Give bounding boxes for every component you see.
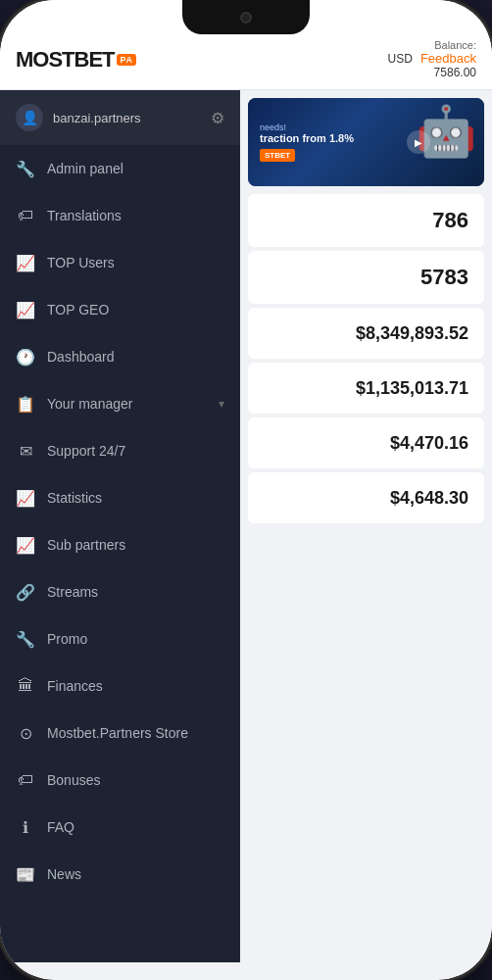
stat-value-2: 5783: [420, 265, 468, 290]
sidebar-item-translations[interactable]: 🏷 Translations: [0, 192, 240, 239]
banner-text: needs! traction from 1.8% STBET: [260, 122, 354, 162]
balance-amount: 7586.00: [388, 66, 476, 79]
sidebar-item-admin-panel[interactable]: 🔧 Admin panel: [0, 145, 240, 192]
avatar: 👤: [16, 104, 43, 131]
sidebar-item-top-geo[interactable]: 📈 TOP GEO: [0, 286, 240, 333]
sidebar-item-bonuses[interactable]: 🏷 Bonuses: [0, 757, 240, 804]
sidebar-item-your-manager[interactable]: 📋 Your manager ▾: [0, 380, 240, 427]
sidebar-item-top-users[interactable]: 📈 TOP Users: [0, 239, 240, 286]
sidebar-item-news[interactable]: 📰 News: [0, 851, 240, 898]
logo-badge: PA: [117, 54, 137, 66]
stat-card-6: $4,648.30: [248, 472, 484, 523]
sidebar-item-faq[interactable]: ℹ FAQ: [0, 804, 240, 851]
header-right: Balance: USD Feedback 7586.00: [388, 39, 476, 79]
stat-card-2: 5783: [248, 251, 484, 304]
sidebar-label-store: Mostbet.Partners Store: [47, 725, 224, 741]
clipboard-icon: 📋: [16, 394, 35, 414]
chart-icon-geo: 📈: [16, 300, 35, 319]
sidebar-label-finances: Finances: [47, 678, 224, 694]
sidebar-label-dashboard: Dashboard: [47, 349, 224, 365]
sidebar-label-support: Support 24/7: [47, 443, 224, 459]
chart-icon-statistics: 📈: [16, 488, 35, 508]
wrench-icon: 🔧: [16, 159, 35, 178]
news-icon: 📰: [16, 864, 35, 884]
chart-icon-users: 📈: [16, 253, 35, 272]
sidebar-label-top-users: TOP Users: [47, 255, 224, 270]
currency-label: USD: [388, 52, 413, 66]
chart-icon-sub: 📈: [16, 535, 35, 555]
feedback-link[interactable]: Feedback: [420, 51, 476, 66]
stat-card-5: $4,470.16: [248, 417, 484, 468]
sidebar-item-statistics[interactable]: 📈 Statistics: [0, 474, 240, 521]
sidebar-item-promo[interactable]: 🔧 Promo: [0, 615, 240, 662]
sidebar-label-translations: Translations: [47, 208, 224, 223]
sidebar-label-statistics: Statistics: [47, 490, 224, 506]
sidebar-label-streams: Streams: [47, 584, 224, 600]
phone-frame: MOSTBET PA Balance: USD Feedback 7586.00…: [0, 0, 492, 980]
mail-icon: ✉: [16, 441, 35, 461]
logo: MOSTBET PA: [16, 47, 136, 73]
banner-small-text: needs!: [260, 122, 354, 132]
sidebar-label-top-geo: TOP GEO: [47, 302, 224, 318]
stat-card-4: $1,135,013.71: [248, 363, 484, 414]
stat-value-6: $4,648.30: [390, 488, 468, 509]
sidebar-label-sub-partners: Sub partners: [47, 537, 224, 553]
sidebar-item-finances[interactable]: 🏛 Finances: [0, 662, 240, 710]
stat-value-1: 786: [432, 208, 468, 233]
username: banzai.partners: [53, 111, 201, 125]
front-camera: [240, 12, 252, 24]
tag-icon: 🏷: [16, 206, 35, 225]
promo-icon: 🔧: [16, 629, 35, 649]
sidebar-item-store[interactable]: ⊙ Mostbet.Partners Store: [0, 710, 240, 757]
stat-card-3: $8,349,893.52: [248, 308, 484, 359]
clock-icon: 🕐: [16, 347, 35, 367]
notch: [182, 0, 310, 34]
store-icon: ⊙: [16, 723, 35, 743]
phone-screen: MOSTBET PA Balance: USD Feedback 7586.00…: [0, 0, 492, 980]
sidebar-item-streams[interactable]: 🔗 Streams: [0, 568, 240, 615]
bank-icon: 🏛: [16, 676, 35, 696]
sidebar-label-your-manager: Your manager: [47, 396, 207, 412]
logo-text: MOSTBET: [16, 47, 115, 73]
bonus-icon: 🏷: [16, 770, 35, 790]
banner-highlight: traction from 1.8%: [260, 132, 354, 144]
stat-value-5: $4,470.16: [390, 433, 468, 454]
main-layout: 👤 banzai.partners ⚙ 🔧 Admin panel 🏷 Tran…: [0, 90, 492, 962]
sidebar: 👤 banzai.partners ⚙ 🔧 Admin panel 🏷 Tran…: [0, 90, 240, 962]
info-icon: ℹ: [16, 817, 35, 837]
sidebar-label-news: News: [47, 866, 224, 882]
content-area: needs! traction from 1.8% STBET 🤖 ▶ 786 …: [240, 90, 492, 962]
chevron-down-icon: ▾: [219, 397, 224, 411]
balance-label: Balance:: [388, 39, 476, 51]
sidebar-label-admin-panel: Admin panel: [47, 161, 224, 176]
sidebar-label-faq: FAQ: [47, 819, 224, 835]
promo-banner[interactable]: needs! traction from 1.8% STBET 🤖 ▶: [248, 98, 484, 186]
banner-badge: STBET: [260, 149, 295, 162]
user-section: 👤 banzai.partners ⚙: [0, 90, 240, 145]
play-button-icon[interactable]: ▶: [407, 130, 430, 154]
banner-visual: needs! traction from 1.8% STBET 🤖 ▶: [248, 98, 484, 186]
sidebar-item-support[interactable]: ✉ Support 24/7: [0, 427, 240, 474]
settings-icon[interactable]: ⚙: [211, 109, 224, 127]
sidebar-item-sub-partners[interactable]: 📈 Sub partners: [0, 521, 240, 568]
stat-value-3: $8,349,893.52: [356, 323, 468, 344]
sidebar-item-dashboard[interactable]: 🕐 Dashboard: [0, 333, 240, 380]
sidebar-label-promo: Promo: [47, 631, 224, 647]
sidebar-label-bonuses: Bonuses: [47, 772, 224, 788]
stat-value-4: $1,135,013.71: [356, 378, 468, 399]
stat-card-1: 786: [248, 194, 484, 247]
link-icon: 🔗: [16, 582, 35, 602]
balance-row: USD Feedback: [388, 51, 476, 66]
